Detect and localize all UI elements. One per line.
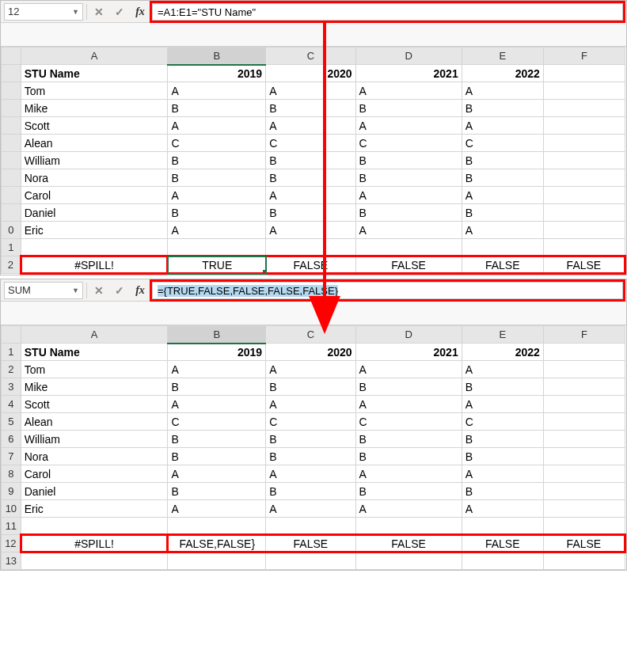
fx-icon[interactable]: fx [131,3,149,21]
cell[interactable] [168,552,266,570]
cell[interactable]: A [462,187,543,204]
cell[interactable]: B [462,483,543,500]
cell[interactable]: B [168,204,266,222]
cell[interactable]: B [266,483,355,500]
cell[interactable]: Tom [21,361,168,378]
cell[interactable]: FALSE [355,535,462,552]
cell[interactable] [21,239,168,256]
col-header-A[interactable]: A [21,47,168,65]
select-all-corner[interactable] [2,326,21,344]
row-header[interactable]: 4 [2,396,21,413]
cell[interactable]: B [462,152,543,169]
cell[interactable]: FALSE,FALSE} [168,535,266,552]
col-header-D[interactable]: D [355,326,462,344]
formula-input[interactable]: =A1:E1="STU Name" [152,3,623,21]
cell[interactable]: B [266,169,355,187]
cell[interactable] [462,518,543,535]
col-header-B[interactable]: B [168,47,266,65]
cell[interactable]: Alean [21,135,168,152]
cell[interactable]: B [462,448,543,465]
cell[interactable]: B [355,169,462,187]
worksheet-bottom[interactable]: A B C D E F 1STU Name20192020202120222To… [1,325,626,570]
cell[interactable] [543,361,625,378]
cell[interactable]: Scott [21,117,168,135]
cell[interactable] [543,239,625,256]
cell[interactable]: TRUE [168,256,266,274]
row-header[interactable] [2,100,21,117]
cell[interactable]: A [168,117,266,135]
cell[interactable]: C [168,413,266,431]
cell[interactable]: B [462,169,543,187]
cell[interactable] [355,239,462,256]
col-header-B[interactable]: B [168,326,266,344]
cell[interactable]: B [462,378,543,396]
name-box[interactable]: 12 ▼ [4,3,83,21]
cell[interactable] [543,552,625,570]
cell[interactable]: C [266,135,355,152]
cell[interactable]: B [266,448,355,465]
cell[interactable]: A [266,465,355,483]
row-header[interactable]: 1 [2,239,21,256]
col-header-A[interactable]: A [21,326,168,344]
cell[interactable]: FALSE [543,535,625,552]
row-header[interactable] [2,204,21,222]
worksheet-top[interactable]: A B C D E F STU Name2019202020212022TomA… [1,47,626,275]
cell[interactable]: 2021 [355,344,462,361]
cell[interactable]: B [462,100,543,117]
cell[interactable]: A [168,500,266,518]
cell[interactable] [543,448,625,465]
cell[interactable]: Scott [21,396,168,413]
cell[interactable]: 2020 [266,65,355,82]
enter-icon[interactable]: ✓ [111,282,128,299]
cell[interactable]: FALSE [543,256,625,274]
cell[interactable]: Daniel [21,204,168,222]
cell[interactable]: FALSE [266,535,355,552]
cancel-icon[interactable]: ✕ [90,282,108,299]
enter-icon[interactable]: ✓ [111,3,128,21]
cell[interactable] [543,431,625,448]
cell[interactable]: Mike [21,100,168,117]
cell[interactable]: B [355,378,462,396]
row-header[interactable] [2,82,21,100]
cell[interactable]: William [21,152,168,169]
cell[interactable] [21,518,168,535]
name-box-dropdown-icon[interactable]: ▼ [72,8,79,16]
row-header[interactable] [2,65,21,82]
row-header[interactable] [2,187,21,204]
col-header-E[interactable]: E [462,326,543,344]
cell[interactable]: Carol [21,465,168,483]
cell[interactable] [462,239,543,256]
row-header[interactable]: 13 [2,552,21,570]
col-header-D[interactable]: D [355,47,462,65]
cell[interactable] [462,552,543,570]
cell[interactable]: 2022 [462,65,543,82]
cell[interactable]: A [462,465,543,483]
cell[interactable]: C [462,135,543,152]
row-header[interactable] [2,135,21,152]
cell[interactable] [543,152,625,169]
row-header[interactable]: 1 [2,344,21,361]
cell[interactable]: 2019 [168,65,266,82]
cell[interactable]: A [462,361,543,378]
row-header[interactable]: 3 [2,378,21,396]
cell[interactable]: B [266,100,355,117]
cell[interactable] [543,100,625,117]
row-header[interactable]: 2 [2,361,21,378]
row-header[interactable]: 6 [2,431,21,448]
row-header[interactable]: 10 [2,500,21,518]
cell[interactable]: FALSE [462,535,543,552]
cell[interactable]: B [266,378,355,396]
cell[interactable] [266,239,355,256]
cell[interactable] [266,552,355,570]
row-header[interactable] [2,152,21,169]
cell[interactable]: Eric [21,222,168,239]
col-header-C[interactable]: C [266,326,355,344]
cell[interactable]: Daniel [21,483,168,500]
cell[interactable]: A [462,82,543,100]
cell[interactable]: 2019 [168,344,266,361]
name-box[interactable]: SUM ▼ [4,282,83,299]
cell[interactable]: #SPILL! [21,256,168,274]
cell[interactable]: FALSE [355,256,462,274]
row-header[interactable]: 7 [2,448,21,465]
row-header[interactable]: 5 [2,413,21,431]
